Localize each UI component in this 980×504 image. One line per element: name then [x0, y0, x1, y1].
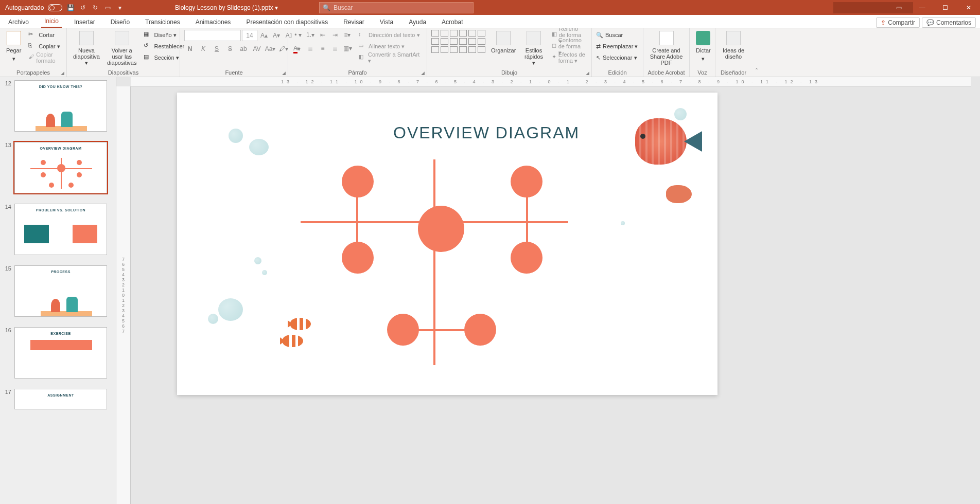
format-painter-button[interactable]: 🖌Copiar formato — [26, 52, 62, 63]
quick-styles-button[interactable]: Estilos rápidos ▾ — [521, 30, 546, 67]
decrease-font-button[interactable]: A▾ — [271, 30, 282, 41]
close-button[interactable]: ✕ — [957, 0, 980, 15]
tab-revisar[interactable]: Revisar — [340, 16, 367, 28]
design-ideas-button[interactable]: Ideas de diseño — [720, 30, 747, 61]
copy-button[interactable]: ⎘Copiar ▾ — [26, 41, 62, 51]
minimize-button[interactable]: — — [911, 0, 934, 15]
dialog-launcher-icon[interactable]: ◢ — [61, 70, 64, 76]
paste-button[interactable]: Pegar▾ — [4, 30, 23, 63]
cut-button[interactable]: ✂Cortar — [26, 30, 62, 40]
diagram-node[interactable] — [387, 314, 419, 346]
diagram-node[interactable] — [511, 166, 542, 197]
undo-icon[interactable]: ↺ — [79, 4, 87, 12]
arrange-button[interactable]: Organizar — [489, 30, 518, 55]
case-button[interactable]: Aa▾ — [265, 43, 276, 55]
spacing-button[interactable]: AV — [251, 43, 262, 55]
slide-editor[interactable]: OVERVIEW DIAGRAM — [177, 93, 717, 395]
small-fish-icon — [666, 185, 692, 203]
diagram-node-center[interactable] — [418, 206, 464, 252]
strike-button[interactable]: S — [224, 43, 236, 55]
diagram-node[interactable] — [464, 314, 496, 346]
highlight-button[interactable]: 🖍▾ — [278, 43, 289, 55]
qat-more-icon[interactable]: ▾ — [116, 4, 124, 12]
tab-diseno[interactable]: Diseño — [108, 16, 133, 28]
text-direction-button[interactable]: ↕Dirección del texto ▾ — [356, 30, 423, 40]
dialog-launcher-icon[interactable]: ◢ — [421, 70, 425, 76]
reuse-slides-button[interactable]: Volver a usar las diapositivas — [105, 30, 138, 67]
replace-button[interactable]: ⇄Reemplazar ▾ — [596, 41, 638, 51]
tab-vista[interactable]: Vista — [377, 16, 396, 28]
document-title[interactable]: Biology Lesson by Slidesgo (1).pptx ▾ — [175, 4, 278, 11]
maximize-button[interactable]: ☐ — [934, 0, 957, 15]
line-spacing-button[interactable]: ≡▾ — [342, 30, 353, 40]
diagram-node[interactable] — [342, 166, 374, 197]
autosave-toggle[interactable] — [48, 4, 62, 11]
comments-button[interactable]: 💬Comentarios — [922, 17, 976, 28]
align-right-button[interactable]: ≡ — [317, 43, 328, 53]
find-button[interactable]: 🔍Buscar — [596, 30, 638, 40]
thumb-slide-13[interactable]: OVERVIEW DIAGRAM — [14, 142, 107, 193]
align-text-button[interactable]: ▭Alinear texto ▾ — [356, 41, 423, 51]
align-center-button[interactable]: ≣ — [305, 43, 316, 53]
exercise-box — [30, 340, 92, 350]
underline-button[interactable]: S — [211, 43, 222, 55]
font-family-combo[interactable] — [184, 30, 241, 41]
shapes-gallery[interactable] — [431, 30, 486, 53]
font-size-combo[interactable]: 14 — [242, 30, 257, 41]
search-input[interactable] — [334, 4, 470, 11]
columns-button[interactable]: ▥▾ — [342, 43, 353, 53]
save-icon[interactable]: 💾 — [66, 4, 75, 12]
italic-button[interactable]: K — [198, 43, 209, 55]
justify-button[interactable]: ≣ — [329, 43, 341, 53]
dialog-launcher-icon[interactable]: ◢ — [282, 70, 286, 76]
group-designer: Ideas de diseño Diseñador — [715, 28, 751, 77]
thumb-slide-16[interactable]: EXERCISE — [14, 327, 107, 379]
bubble-icon — [249, 139, 269, 155]
redo-icon[interactable]: ↻ — [91, 4, 99, 12]
collapse-ribbon-button[interactable]: ˄ — [751, 28, 762, 77]
tab-insertar[interactable]: Insertar — [71, 16, 98, 28]
ribbon: Pegar▾ ✂Cortar ⎘Copiar ▾ 🖌Copiar formato… — [0, 28, 980, 77]
tab-animaciones[interactable]: Animaciones — [192, 16, 234, 28]
thumb-slide-15[interactable]: PROCESS — [14, 265, 107, 317]
thumb-title: DID YOU KNOW THIS? — [15, 85, 107, 88]
thumb-slide-17[interactable]: ASSIGNMENT — [14, 389, 107, 409]
tab-ayuda[interactable]: Ayuda — [406, 16, 429, 28]
share-button[interactable]: ⇪Compartir — [876, 17, 920, 28]
smartart-button[interactable]: ◧Convertir a SmartArt ▾ — [356, 52, 423, 63]
diagram-node[interactable] — [511, 242, 542, 274]
slide-canvas-area[interactable]: 13 · 12 · 11 · 10 · 9 · 8 · 7 · 6 · 5 · … — [116, 77, 980, 504]
select-button[interactable]: ↖Seleccionar ▾ — [596, 52, 638, 63]
dictate-button[interactable]: Dictar▾ — [694, 30, 713, 63]
thumb-slide-12[interactable]: DID YOU KNOW THIS? — [14, 80, 107, 132]
tab-acrobat[interactable]: Acrobat — [439, 16, 466, 28]
dialog-launcher-icon[interactable]: ◢ — [586, 70, 589, 76]
bubble-icon — [254, 257, 261, 264]
align-left-button[interactable]: ≡ — [292, 43, 304, 53]
increase-font-button[interactable]: A▴ — [258, 30, 270, 41]
thumb-number: 12 — [3, 80, 11, 86]
diagram-node[interactable] — [342, 242, 374, 274]
tab-presentacion[interactable]: Presentación con diapositivas — [243, 16, 331, 28]
group-designer-label: Diseñador — [720, 69, 747, 76]
bullets-button[interactable]: • ▾ — [292, 30, 304, 40]
shape-outline-button[interactable]: ◻Contorno de forma ▾ — [550, 41, 587, 51]
numbering-button[interactable]: 1.▾ — [305, 30, 316, 40]
adobe-pdf-button[interactable]: Create and Share Adobe PDF — [647, 30, 685, 67]
tab-inicio[interactable]: Inicio — [41, 15, 62, 28]
start-show-icon[interactable]: ▭ — [103, 4, 112, 12]
bold-button[interactable]: N — [184, 43, 196, 55]
indent-dec-button[interactable]: ⇤ — [317, 30, 328, 40]
overview-diagram[interactable] — [301, 159, 589, 381]
tab-transiciones[interactable]: Transiciones — [142, 16, 183, 28]
ribbon-options-button[interactable]: ▭ — [887, 0, 911, 15]
new-slide-button[interactable]: Nueva diapositiva ▾ — [71, 30, 102, 67]
thumb-slide-14[interactable]: PROBLEM VS. SOLUTION — [14, 204, 107, 255]
tab-archivo[interactable]: Archivo — [5, 16, 32, 28]
shape-effects-button[interactable]: ✦Efectos de forma ▾ — [550, 52, 587, 63]
slide-thumbnails-panel[interactable]: 12 DID YOU KNOW THIS? 13 OVERVIEW DIAGRA… — [0, 77, 116, 504]
shadow-button[interactable]: ab — [238, 43, 249, 55]
slide-title[interactable]: OVERVIEW DIAGRAM — [393, 123, 580, 142]
search-box[interactable]: 🔍 — [319, 2, 474, 13]
indent-inc-button[interactable]: ⇥ — [329, 30, 341, 40]
